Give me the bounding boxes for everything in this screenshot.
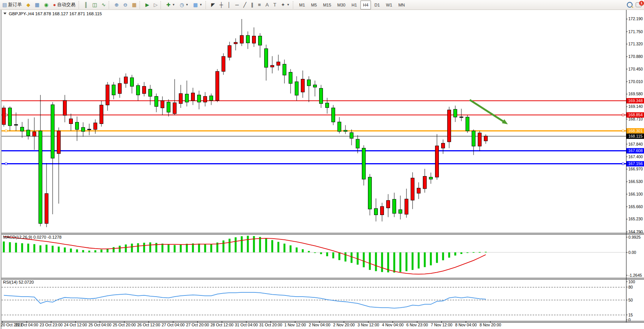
chart-template-button[interactable]: ▩▼ [191,0,204,10]
candle-body [277,62,280,65]
price-axis[interactable]: 172.190171.750171.320170.880170.450170.0… [626,10,644,322]
timeframe-W1-button[interactable]: W1 [383,0,395,10]
price-tick-label: 171.750 [628,29,643,34]
fibonacci-tool-button[interactable]: ≡ [256,0,263,10]
zoom-out-button[interactable]: ⊖ [121,0,129,10]
candle-body [374,209,378,215]
tile-windows-button[interactable]: ▦ [130,0,138,10]
chart-canvas[interactable]: 172.190171.750171.320170.880170.450170.0… [0,0,644,329]
macd-bar [40,246,42,252]
fibonacci-tool-icon: ≡ [258,2,261,7]
label-tool-button[interactable]: T [271,0,278,10]
macd-bar [265,238,267,252]
timeframe-M30-button[interactable]: M30 [335,0,348,10]
macd-bar [381,252,383,272]
autotrade-button[interactable]: ●自动交易 [51,0,77,10]
timeframe-M15-button[interactable]: M15 [320,0,334,10]
macd-bar [125,244,127,252]
candle-body [222,56,225,71]
candle-body [167,102,170,112]
macd-bar [302,249,304,252]
macd-bar [168,244,170,252]
timeframe-M5-button[interactable]: M5 [308,0,320,10]
chart-template-icon: ▩ [193,2,198,7]
hline-handle[interactable] [5,163,7,165]
toolbar-separator [293,1,296,9]
charts-gold-button[interactable]: ◆ [24,0,32,10]
macd-bar [82,250,84,252]
periods-clock-button[interactable]: ◷▼ [178,0,190,10]
signal-button[interactable]: ◉ [42,0,50,10]
candle-body [143,86,146,93]
macd-bar [320,252,322,254]
channel-tool-icon: ∥ [251,2,254,7]
hline-handle[interactable] [622,130,624,132]
shapes-tool-caret-icon[interactable]: ▼ [287,3,290,6]
macd-bar [308,251,310,252]
hline-handle[interactable] [5,130,7,132]
timeframe-H1-button[interactable]: H1 [349,0,360,10]
trendline-tool-button[interactable]: ╱ [241,0,248,10]
candle-body [472,131,475,146]
add-indicator-caret-icon[interactable]: ▼ [172,3,175,6]
symbol-title: GBPJPY-,H4 167.878 168.127 167.871 168.1… [9,11,102,16]
trendline-tool-icon: ╱ [243,2,246,7]
autotrade-icon: ● [53,2,56,7]
timeframe-MN-button[interactable]: MN [396,0,408,10]
cursor-button[interactable]: ◤ [209,0,217,10]
candle-body [332,108,335,122]
timeframe-D1-button[interactable]: D1 [372,0,382,10]
notifications-icon[interactable]: 1 [636,2,642,7]
candle-body [94,123,97,129]
candle-body [88,129,91,130]
rsi-scale-label: 15 [628,313,633,317]
candle-body [259,36,262,45]
candle-body [149,89,152,96]
candle-body [2,108,6,125]
crosshair-button[interactable]: ┼ [218,0,225,10]
channel-tool-button[interactable]: ∥ [249,0,255,10]
price-tick-label: 166.970 [628,167,643,171]
bar-chart-button[interactable]: ║ [82,0,90,10]
line-chart-icon: ∿ [101,2,106,7]
candlestick-chart-button[interactable]: ◫ [90,0,99,10]
macd-bar [137,243,139,252]
macd-bar [406,252,408,271]
price-tick-label: 172.190 [628,16,643,21]
text-tool-button[interactable]: A [263,0,271,10]
line-chart-button[interactable]: ∿ [100,0,108,10]
add-indicator-button[interactable]: ✚▼ [164,0,177,10]
timeframe-M1-button[interactable]: M1 [297,0,308,10]
periods-clock-caret-icon[interactable]: ▼ [186,3,189,6]
chart-shift-button[interactable]: ▷ [152,0,159,10]
zoom-in-button[interactable]: ⊕ [112,0,120,10]
horizontal-line-tool-icon: ─ [235,2,239,7]
macd-bar [46,245,48,252]
vertical-line-tool-button[interactable]: │ [226,0,233,10]
macd-bar [369,252,371,270]
price-tick-label: 164.790 [628,229,643,234]
macd-scale-label: 0.00 [628,250,636,255]
price-tick-label: 165.660 [628,204,643,209]
auto-scroll-button[interactable]: ▶ [143,0,151,10]
horizontal-line-tool-button[interactable]: ─ [233,0,241,10]
candle-body [124,77,128,83]
time-axis[interactable]: 20 Oct 202221 Oct 04:0023 Oct 23:0024 Oc… [1,321,501,327]
candle-body [27,130,30,136]
search-icon[interactable] [627,2,633,8]
new-order-button[interactable]: ▤新订单 [0,0,24,10]
toolbar-separator [140,1,142,9]
rsi-scale-label: 80 [628,285,633,289]
price-line-badge-label: 167.156 [628,161,643,166]
shapes-tool-button[interactable]: ✦▼ [279,0,292,10]
time-tick-label: 25 Oct 20:00 [113,323,136,327]
profiles-button[interactable]: ▦ [33,0,41,10]
candle-body [69,119,73,124]
candle-body [289,72,292,83]
chart-template-caret-icon[interactable]: ▼ [199,3,202,6]
macd-bar [461,252,463,254]
macd-bar [485,252,487,253]
hline-handle[interactable] [622,114,624,116]
hline-handle[interactable] [622,163,624,165]
timeframe-H4-button[interactable]: H4 [360,0,371,10]
